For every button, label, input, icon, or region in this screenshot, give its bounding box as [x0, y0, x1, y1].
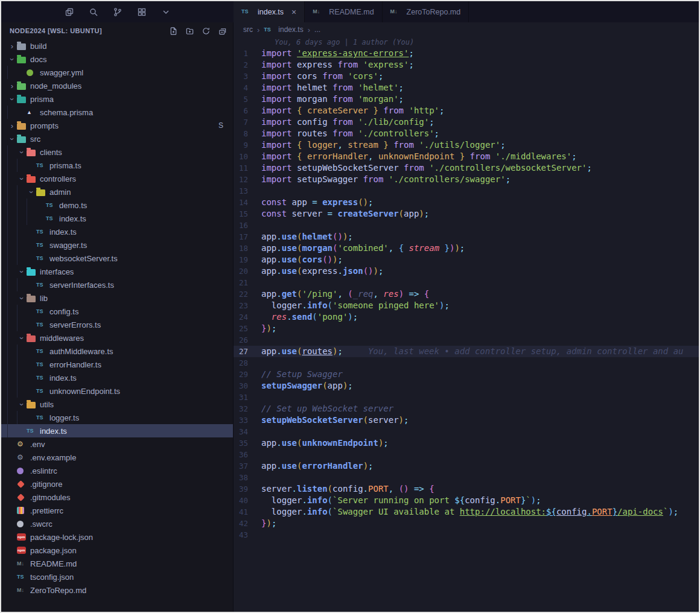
- chevron-down-icon[interactable]: ›: [17, 148, 27, 156]
- tree-item-readme-md[interactable]: M↓README.md: [1, 557, 233, 570]
- chevron-down-icon[interactable]: ›: [17, 268, 27, 276]
- tree-item-errorhandler-ts[interactable]: TSerrorHandler.ts: [1, 358, 233, 371]
- code-line[interactable]: 38: [234, 472, 699, 483]
- tree-item-swagger-yml[interactable]: swagger.yml: [1, 66, 233, 79]
- close-icon[interactable]: ×: [291, 7, 296, 17]
- new-file-icon[interactable]: [168, 26, 178, 36]
- new-folder-icon[interactable]: [185, 26, 194, 36]
- search-icon[interactable]: [88, 7, 99, 17]
- tree-item--swcrc[interactable]: .swcrc: [1, 517, 233, 530]
- tree-item-package-json[interactable]: npmpackage.json: [1, 544, 233, 557]
- tree-item-unknownendpoint-ts[interactable]: TSunknownEndpoint.ts: [1, 384, 233, 398]
- code-line[interactable]: 1import 'express-async-errors';: [234, 48, 699, 59]
- code-line[interactable]: 33setupWebSocketServer(server);: [234, 414, 699, 426]
- chevron-down-icon[interactable]: ›: [27, 188, 36, 196]
- code-line[interactable]: 20app.use(express.json());: [234, 265, 699, 277]
- code-line[interactable]: 5import morgan from 'morgan';: [234, 94, 699, 105]
- tree-item--env[interactable]: ⚙.env: [1, 437, 233, 451]
- tree-item-zerotorepo-md[interactable]: M↓ZeroToRepo.md: [1, 583, 233, 597]
- tree-item-index-ts[interactable]: TSindex.ts: [1, 212, 233, 225]
- code-line[interactable]: 42});: [234, 518, 699, 529]
- tree-item--gitignore[interactable]: .gitignore: [1, 477, 233, 491]
- code-line[interactable]: 28: [234, 357, 699, 369]
- code-line[interactable]: 37app.use(errorHandler);: [234, 460, 699, 472]
- code-line[interactable]: 39server.listen(config.PORT, () => {: [234, 483, 699, 495]
- tree-item-authmiddleware-ts[interactable]: TSauthMiddleware.ts: [1, 345, 233, 358]
- layout-grid-icon[interactable]: [136, 7, 147, 17]
- chevron-down-icon[interactable]: ›: [7, 135, 17, 143]
- tree-item-prisma-ts[interactable]: TSprisma.ts: [1, 159, 233, 172]
- editors-icon[interactable]: [64, 7, 75, 17]
- code-line[interactable]: 35app.use(unknownEndpoint);: [234, 437, 699, 449]
- tree-item-middlewares[interactable]: ›middlewares: [1, 331, 233, 345]
- code-line[interactable]: 27app.use(routes);You, last week • add c…: [234, 346, 699, 357]
- breadcrumb-item[interactable]: src: [243, 25, 253, 34]
- tree-item--env-example[interactable]: ⚙.env.example: [1, 451, 233, 464]
- chevron-down-icon[interactable]: ›: [17, 334, 27, 342]
- tree-item--eslintrc[interactable]: .eslintrc: [1, 464, 233, 477]
- code-line[interactable]: 32// Set up WebSocket server: [234, 403, 699, 414]
- tree-item-utils[interactable]: ›utils: [1, 398, 233, 411]
- tree-item-clients[interactable]: ›clients: [1, 145, 233, 159]
- chevron-down-icon[interactable]: ›: [17, 401, 27, 408]
- code-line[interactable]: 15const server = createServer(app);: [234, 208, 699, 220]
- tree-item-src[interactable]: ›src: [1, 132, 233, 145]
- tree-item-lib[interactable]: ›lib: [1, 291, 233, 305]
- tree-item-package-lock-json[interactable]: npmpackage-lock.json: [1, 530, 233, 544]
- code-line[interactable]: 36: [234, 449, 699, 460]
- code-line[interactable]: 9import { logger, stream } from './utils…: [234, 139, 699, 151]
- code-line[interactable]: 13: [234, 185, 699, 197]
- code-area[interactable]: 1import 'express-async-errors';2import e…: [234, 48, 699, 612]
- code-line[interactable]: 10import { errorHandler, unknownEndpoint…: [234, 151, 699, 162]
- tree-item--prettierrc[interactable]: .prettierrc: [1, 504, 233, 517]
- code-line[interactable]: 43: [234, 529, 699, 541]
- tree-item-index-ts[interactable]: TSindex.ts: [1, 225, 233, 238]
- tree-item-controllers[interactable]: ›controllers: [1, 172, 233, 185]
- tree-item-tsconfig-json[interactable]: TStsconfig.json: [1, 570, 233, 583]
- editor-tab[interactable]: TSindex.ts×: [234, 1, 305, 22]
- breadcrumb-item[interactable]: TSindex.ts: [264, 25, 303, 34]
- refresh-icon[interactable]: [201, 26, 211, 36]
- chevron-down-icon[interactable]: ›: [17, 175, 27, 183]
- code-line[interactable]: 30setupSwagger(app);: [234, 380, 699, 392]
- code-line[interactable]: 11import setupWebSocketServer from './co…: [234, 162, 699, 174]
- code-line[interactable]: 25});: [234, 323, 699, 334]
- code-line[interactable]: 24 res.send('pong');: [234, 311, 699, 323]
- tree-item-serverinterfaces-ts[interactable]: TSserverInterfaces.ts: [1, 278, 233, 291]
- collapse-all-icon[interactable]: [217, 26, 227, 36]
- code-line[interactable]: 4import helmet from 'helmet';: [234, 82, 699, 94]
- tree-item-docs[interactable]: ›docs: [1, 52, 233, 66]
- code-line[interactable]: 7import config from './lib/config';: [234, 116, 699, 128]
- chevron-right-icon[interactable]: ›: [7, 122, 17, 130]
- editor-tab[interactable]: M↓README.md: [305, 1, 382, 22]
- chevron-down-icon[interactable]: [161, 7, 171, 17]
- tree-item-demo-ts[interactable]: TSdemo.ts: [1, 199, 233, 212]
- code-line[interactable]: 2import express from 'express';: [234, 59, 699, 71]
- tree-item-schema-prisma[interactable]: ▲schema.prisma: [1, 106, 233, 119]
- tree-item-config-ts[interactable]: TSconfig.ts: [1, 305, 233, 318]
- code-line[interactable]: 16: [234, 220, 699, 231]
- editor-tab[interactable]: M↓ZeroToRepo.md: [383, 1, 469, 22]
- tree-item-interfaces[interactable]: ›interfaces: [1, 265, 233, 278]
- code-line[interactable]: 34: [234, 426, 699, 437]
- tree-item-index-ts[interactable]: TSindex.ts: [1, 424, 233, 437]
- git-branch-icon[interactable]: [112, 7, 123, 17]
- code-line[interactable]: 22app.get('/ping', (_req, res) => {: [234, 288, 699, 300]
- tree-item--gitmodules[interactable]: .gitmodules: [1, 491, 233, 504]
- tree-item-websocketserver-ts[interactable]: TSwebsocketServer.ts: [1, 252, 233, 265]
- chevron-down-icon[interactable]: ›: [17, 294, 27, 302]
- code-line[interactable]: 14const app = express();: [234, 197, 699, 208]
- tree-item-admin[interactable]: ›admin: [1, 185, 233, 199]
- code-line[interactable]: 12import setupSwagger from './controller…: [234, 174, 699, 185]
- code-line[interactable]: 26: [234, 334, 699, 346]
- breadcrumb-item[interactable]: ...: [314, 25, 320, 34]
- chevron-down-icon[interactable]: ›: [7, 56, 17, 63]
- tree-item-logger-ts[interactable]: TSlogger.ts: [1, 411, 233, 424]
- chevron-down-icon[interactable]: ›: [7, 95, 17, 103]
- code-line[interactable]: 19app.use(cors());: [234, 254, 699, 265]
- tree-item-servererrors-ts[interactable]: TSserverErrors.ts: [1, 318, 233, 331]
- code-line[interactable]: 18app.use(morgan('combined', { stream })…: [234, 243, 699, 254]
- tree-item-node-modules[interactable]: ›node_modules: [1, 79, 233, 92]
- code-line[interactable]: 17app.use(helmet());: [234, 231, 699, 243]
- code-line[interactable]: 8import routes from './controllers';: [234, 128, 699, 139]
